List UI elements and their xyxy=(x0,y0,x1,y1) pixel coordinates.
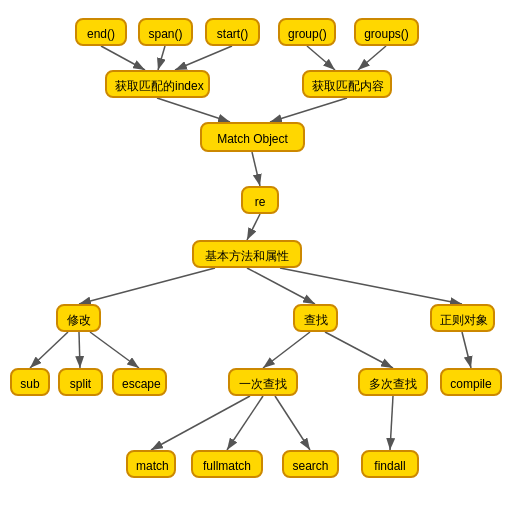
svg-line-17 xyxy=(325,332,393,368)
node-regex: 正则对象 xyxy=(430,304,495,332)
svg-line-7 xyxy=(270,98,347,122)
node-re: re xyxy=(241,186,279,214)
node-escape: escape xyxy=(112,368,167,396)
diagram: end()span()start()group()groups()获取匹配的in… xyxy=(0,0,522,511)
node-matchobj: Match Object xyxy=(200,122,305,152)
svg-line-2 xyxy=(158,46,165,70)
svg-line-18 xyxy=(462,332,471,368)
node-multifind: 多次查找 xyxy=(358,368,428,396)
svg-line-21 xyxy=(275,396,310,450)
node-findall: findall xyxy=(361,450,419,478)
svg-line-6 xyxy=(157,98,230,122)
node-groups: groups() xyxy=(354,18,419,46)
node-getindex: 获取匹配的index xyxy=(105,70,210,98)
node-find: 查找 xyxy=(293,304,338,332)
svg-line-14 xyxy=(79,332,80,368)
svg-line-19 xyxy=(151,396,250,450)
svg-line-15 xyxy=(90,332,139,368)
svg-line-11 xyxy=(247,268,315,304)
node-end: end() xyxy=(75,18,127,46)
node-group: group() xyxy=(278,18,336,46)
svg-line-3 xyxy=(175,46,232,70)
node-fullmatch: fullmatch xyxy=(191,450,263,478)
node-match: match xyxy=(126,450,176,478)
svg-line-8 xyxy=(252,152,260,186)
node-getcontent: 获取匹配内容 xyxy=(302,70,392,98)
svg-line-12 xyxy=(280,268,462,304)
svg-line-9 xyxy=(247,214,260,240)
svg-line-1 xyxy=(101,46,145,70)
svg-line-20 xyxy=(227,396,263,450)
node-start: start() xyxy=(205,18,260,46)
node-oncefind: 一次查找 xyxy=(228,368,298,396)
node-split: split xyxy=(58,368,103,396)
svg-line-13 xyxy=(30,332,68,368)
svg-line-4 xyxy=(307,46,335,70)
svg-line-10 xyxy=(79,268,215,304)
node-sub: sub xyxy=(10,368,50,396)
node-compile: compile xyxy=(440,368,502,396)
svg-line-22 xyxy=(390,396,393,450)
node-search: search xyxy=(282,450,339,478)
svg-line-5 xyxy=(358,46,386,70)
node-span: span() xyxy=(138,18,193,46)
node-modify: 修改 xyxy=(56,304,101,332)
node-basic: 基本方法和属性 xyxy=(192,240,302,268)
svg-line-16 xyxy=(263,332,310,368)
